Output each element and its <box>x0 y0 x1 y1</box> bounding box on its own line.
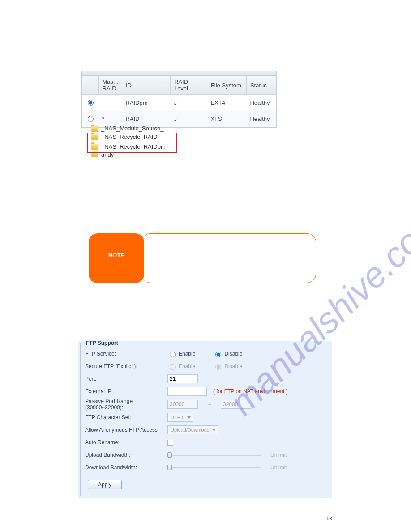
tree-item[interactable]: _NAS_Module_Source_ <box>89 125 183 132</box>
raid-row-master <box>98 95 122 111</box>
secure-ftp-disable-option: Disable <box>213 363 242 370</box>
raid-table-container: Mas... RAID ID RAID Level File System St… <box>81 71 277 128</box>
note-callout: NOTE The use ACL control checkbox will o… <box>89 233 316 283</box>
folder-icon <box>91 134 98 140</box>
ftp-heading: FTP <box>78 296 332 304</box>
charset-select: UTF-8 <box>167 413 193 422</box>
raid-col-master: Mas... RAID <box>98 76 122 95</box>
passive-to-input <box>221 400 251 409</box>
ftp-service-disable-option[interactable]: Disable <box>213 350 242 357</box>
folder-icon <box>91 144 98 150</box>
raid-col-id: ID <box>122 76 170 95</box>
port-row: Port: <box>85 373 325 385</box>
secure-ftp-enable-radio <box>170 364 176 370</box>
secure-ftp-label: Secure FTP (Explicit): <box>85 363 167 369</box>
tree-item[interactable]: andy <box>89 151 183 158</box>
raid-row-master: * <box>98 111 122 127</box>
table-row[interactable]: RAIDpm J EXT4 Healthy <box>82 95 276 111</box>
ftp-service-row: FTP Service: Enable Disable <box>85 348 325 360</box>
upload-bw-value: Unlimit <box>270 452 287 458</box>
port-input[interactable] <box>167 374 198 383</box>
ftp-fieldset: FTP Support FTP Service: Enable Disable … <box>80 343 330 496</box>
external-ip-input[interactable] <box>167 387 207 396</box>
note-badge: NOTE <box>89 233 144 283</box>
note-title: NOTE <box>89 233 144 259</box>
ftp-intro-text: The Thecus IP storage can act as an FTP … <box>78 307 332 327</box>
download-bw-slider[interactable] <box>167 464 261 471</box>
tree-item-label: andy <box>101 151 114 158</box>
tree-item-label: _NAS_Module_Source_ <box>101 125 163 132</box>
raid-row-radio[interactable] <box>88 100 94 106</box>
port-label: Port: <box>85 376 167 382</box>
ftp-service-enable-radio[interactable] <box>170 352 176 357</box>
raid-col-status: Status <box>246 76 276 95</box>
download-bw-label: Download Bandwidth: <box>85 464 167 471</box>
charset-label: FTP Character Set: <box>85 414 167 420</box>
upload-bw-row: Upload Bandwidth: Unlimit <box>85 449 325 461</box>
raid-row-status: Healthy <box>246 95 276 111</box>
slider-thumb-icon[interactable] <box>167 452 172 458</box>
raid-col-fs: File System <box>207 76 246 95</box>
ftp-legend: FTP Support <box>84 340 120 346</box>
raid-row-radio[interactable] <box>88 116 94 122</box>
radio-label: Disable <box>224 363 242 369</box>
raid-col-level: RAID Level <box>170 76 207 95</box>
passive-range-label: Passive Port Range (30000~32000): <box>85 398 167 411</box>
raid-row-fs: EXT4 <box>207 95 246 111</box>
passive-range-row: Passive Port Range (30000~32000): ~ <box>85 398 325 411</box>
radio-label: Enable <box>179 363 195 369</box>
page-number: 93 <box>327 516 332 521</box>
secure-ftp-disable-radio <box>215 364 221 370</box>
raid-col-select <box>82 76 98 95</box>
raid-row-level: J <box>170 95 207 111</box>
tree-item[interactable]: _NAS_Recycle_RAID <box>89 132 183 142</box>
table-row[interactable]: * RAID J XFS Healthy <box>82 111 276 127</box>
tree-item[interactable]: _NAS_Recycle_RAIDpm <box>89 142 183 151</box>
external-ip-row: External IP: ( for FTP on NAT environmen… <box>85 386 325 397</box>
folder-icon <box>91 151 98 157</box>
ftp-service-label: FTP Service: <box>85 351 167 357</box>
raid-row-id: RAID <box>122 111 170 127</box>
radio-label: Enable <box>179 351 195 357</box>
anonymous-select: Upload/Download <box>167 425 218 434</box>
passive-from-input <box>167 400 198 409</box>
radio-label: Disable <box>224 351 242 357</box>
download-bw-value: Unlimit <box>270 464 287 471</box>
secure-ftp-enable-option: Enable <box>167 363 195 370</box>
tree-item-label: _NAS_Recycle_RAIDpm <box>101 143 166 150</box>
anonymous-label: Allow Anonymous FTP Access: <box>85 427 167 433</box>
raid-row-fs: XFS <box>207 111 246 127</box>
raid-toolbar <box>82 71 276 76</box>
autorename-label: Auto Rename: <box>85 439 167 446</box>
raid-row-level: J <box>170 111 207 127</box>
passive-separator: ~ <box>208 401 211 408</box>
ftp-service-disable-radio[interactable] <box>215 352 221 357</box>
tree-item-label: _NAS_Recycle_RAID <box>101 133 158 140</box>
ftp-panel: FTP Support FTP Service: Enable Disable … <box>78 341 332 498</box>
note-body: The use ACL control checkbox will only a… <box>141 233 316 283</box>
slider-thumb-icon[interactable] <box>167 465 172 470</box>
external-ip-hint: ( for FTP on NAT environment ) <box>213 388 288 395</box>
upload-bw-slider[interactable] <box>167 452 261 458</box>
ftp-intro: FTP The Thecus IP storage can act as an … <box>78 296 332 326</box>
ftp-service-enable-option[interactable]: Enable <box>167 350 195 357</box>
apply-button[interactable]: Apply <box>88 480 122 489</box>
charset-row: FTP Character Set: UTF-8 <box>85 412 325 423</box>
folder-icon <box>91 126 98 132</box>
raid-row-id: RAIDpm <box>122 95 170 111</box>
autorename-row: Auto Rename: <box>85 437 325 448</box>
secure-ftp-row: Secure FTP (Explicit): Enable Disable <box>85 360 325 372</box>
raid-table: Mas... RAID ID RAID Level File System St… <box>82 76 276 127</box>
download-bw-row: Download Bandwidth: Unlimit <box>85 462 325 473</box>
upload-bw-label: Upload Bandwidth: <box>85 452 167 458</box>
anonymous-row: Allow Anonymous FTP Access: Upload/Downl… <box>85 424 325 436</box>
autorename-checkbox[interactable] <box>167 440 173 446</box>
folder-tree: _NAS_Module_Source_ _NAS_Recycle_RAID _N… <box>89 125 183 158</box>
external-ip-label: External IP: <box>85 388 167 395</box>
raid-row-status: Healthy <box>246 111 276 127</box>
